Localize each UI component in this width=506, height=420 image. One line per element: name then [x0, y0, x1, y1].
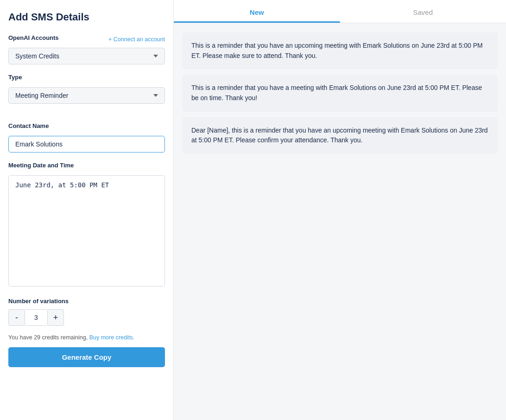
- result-card-1[interactable]: This is a reminder that you have an upco…: [182, 32, 498, 69]
- stepper-row: - 3 +: [8, 309, 165, 326]
- chevron-down-icon: [153, 55, 158, 57]
- right-panel: New Saved This is a reminder that you ha…: [174, 0, 506, 420]
- stepper-value-display: 3: [25, 309, 47, 326]
- meeting-date-section: Meeting Date and Time June 23rd, at 5:00…: [8, 162, 165, 288]
- contact-name-label: Contact Name: [8, 122, 165, 129]
- type-chevron-icon: [153, 94, 158, 97]
- type-section: Type Meeting Reminder: [8, 74, 165, 104]
- contact-name-section: Contact Name: [8, 122, 165, 153]
- tab-new[interactable]: New: [174, 0, 340, 23]
- stepper-minus-button[interactable]: -: [8, 309, 25, 326]
- meeting-date-input[interactable]: June 23rd, at 5:00 PM ET: [8, 175, 165, 286]
- credits-remaining: You have 29 credits remaining,: [8, 334, 88, 341]
- result-text-3: Dear [Name], this is a reminder that you…: [191, 127, 488, 144]
- tab-saved[interactable]: Saved: [340, 0, 506, 23]
- page-title: Add SMS Details: [8, 11, 165, 23]
- left-panel: Add SMS Details OpenAI Accounts Connect …: [0, 0, 174, 420]
- stepper-plus-button[interactable]: +: [47, 309, 64, 326]
- system-credits-select[interactable]: System Credits: [8, 48, 165, 64]
- meeting-date-label: Meeting Date and Time: [8, 162, 165, 169]
- result-card-3[interactable]: Dear [Name], this is a reminder that you…: [182, 117, 498, 154]
- generate-copy-button[interactable]: Generate Copy: [8, 347, 165, 367]
- type-select[interactable]: Meeting Reminder: [8, 87, 165, 104]
- result-card-2[interactable]: This is a reminder that you have a meeti…: [182, 75, 498, 111]
- results-area: This is a reminder that you have an upco…: [174, 23, 506, 420]
- buy-more-credits-link[interactable]: Buy more credits.: [89, 334, 134, 341]
- openai-label: OpenAI Accounts: [8, 34, 59, 41]
- result-text-2: This is a reminder that you have a meeti…: [191, 84, 482, 102]
- result-text-1: This is a reminder that you have an upco…: [191, 42, 483, 59]
- variations-section: Number of variations - 3 +: [8, 298, 165, 331]
- tabs-header: New Saved: [174, 0, 506, 23]
- variations-label: Number of variations: [8, 298, 165, 305]
- type-value: Meeting Reminder: [15, 92, 68, 99]
- connect-account-link[interactable]: Connect an account: [108, 36, 165, 43]
- credits-text: You have 29 credits remaining, Buy more …: [8, 334, 165, 341]
- system-credits-value: System Credits: [15, 52, 59, 60]
- type-label: Type: [8, 74, 165, 81]
- contact-name-input[interactable]: [8, 136, 165, 153]
- openai-accounts-row: OpenAI Accounts Connect an account: [8, 34, 165, 44]
